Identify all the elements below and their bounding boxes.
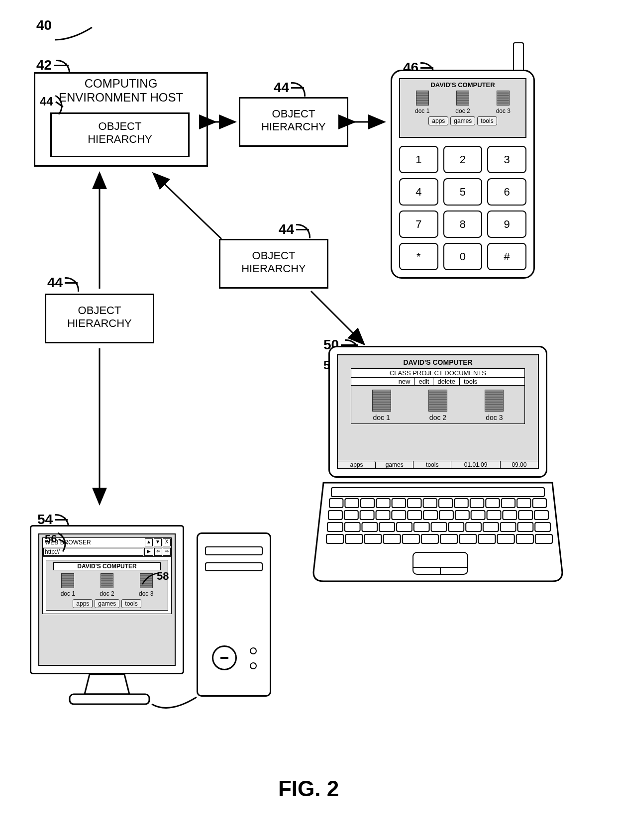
laptop-taskbar-time: 09.00 [501,461,538,468]
svg-rect-31 [487,511,501,520]
browser-min-icon[interactable]: ▲ [145,538,153,546]
doc-icon [61,573,74,588]
svg-rect-56 [478,534,495,543]
phone-key-7[interactable]: 7 [399,210,438,238]
phone-tab-tools[interactable]: tools [477,116,497,125]
phone-key-star[interactable]: * [399,243,438,270]
laptop-taskbar-games[interactable]: games [376,461,413,468]
desktop-monitor: WEB BROWSER ▲ ▼ X http:// ▶ ⇐ ⇒ DAVID'S … [30,525,184,709]
svg-rect-42 [448,523,464,531]
power-button-icon[interactable] [212,645,237,670]
svg-rect-15 [454,499,468,508]
svg-rect-29 [455,511,469,520]
doc-icon [456,91,469,105]
svg-rect-36 [345,523,360,531]
desktop-tab-apps[interactable]: apps [73,599,93,608]
laptop-doc3: doc 3 [483,414,506,421]
svg-rect-38 [379,523,395,531]
laptop-menu-edit[interactable]: edit [415,378,434,385]
svg-rect-59 [535,534,552,543]
browser-max-icon[interactable]: ▼ [154,538,162,546]
svg-line-2 [154,174,221,239]
svg-rect-39 [397,523,412,531]
doc-icon [485,390,504,412]
laptop-screen: DAVID'S COMPUTER CLASS PROJECT DOCUMENTS… [337,354,539,469]
svg-rect-13 [423,499,437,508]
desktop-doc3: doc 3 [138,590,155,597]
svg-rect-46 [518,523,533,531]
phone-key-hash[interactable]: # [487,243,526,270]
laptop-doc2: doc 2 [426,414,449,421]
svg-rect-19 [517,499,530,508]
svg-rect-52 [403,534,419,543]
svg-rect-27 [423,511,437,520]
phone-key-5[interactable]: 5 [443,178,483,206]
svg-rect-21 [328,511,342,520]
svg-rect-53 [421,534,438,543]
svg-rect-10 [376,499,390,508]
svg-rect-17 [486,499,499,508]
svg-rect-18 [502,499,515,508]
svg-rect-23 [360,511,374,520]
browser-close-icon[interactable]: X [163,538,171,546]
desktop-tab-tools[interactable]: tools [121,599,141,608]
desktop-doc1: doc 1 [59,590,76,597]
svg-rect-51 [384,534,401,543]
phone-key-2[interactable]: 2 [443,146,483,173]
desktop-inner-title: DAVID'S COMPUTER [53,562,161,570]
svg-line-3 [311,291,363,343]
svg-rect-41 [431,523,447,531]
phone-screen: DAVID'S COMPUTER doc 1 doc 2 doc 3 apps … [399,78,526,138]
svg-rect-16 [470,499,484,508]
phone-key-3[interactable]: 3 [487,146,526,173]
svg-rect-40 [414,523,429,531]
browser-fwd-icon[interactable]: ⇒ [163,548,171,556]
svg-rect-32 [503,511,516,520]
phone-key-4[interactable]: 4 [399,178,438,206]
svg-rect-47 [535,523,550,531]
browser-go-icon[interactable]: ▶ [144,548,153,556]
doc-icon [497,91,510,105]
svg-rect-12 [408,499,421,508]
svg-rect-30 [471,511,485,520]
svg-rect-14 [439,499,452,508]
svg-rect-50 [364,534,381,543]
phone-tab-apps[interactable]: apps [428,116,448,125]
figure-title: FIG. 2 [0,776,617,801]
laptop-device: DAVID'S COMPUTER CLASS PROJECT DOCUMENTS… [313,346,562,582]
phone-doc1: doc 1 [414,107,431,114]
svg-rect-35 [327,523,343,531]
svg-rect-11 [392,499,406,508]
doc-icon [372,390,391,412]
laptop-menu-tools[interactable]: tools [460,378,481,385]
svg-rect-54 [440,534,457,543]
svg-rect-20 [533,499,546,508]
svg-rect-25 [392,511,406,520]
svg-rect-6 [331,488,544,497]
laptop-panel-title: CLASS PROJECT DOCUMENTS [351,369,524,378]
svg-rect-57 [498,534,514,543]
phone-key-9[interactable]: 9 [487,210,526,238]
svg-rect-28 [439,511,453,520]
laptop-title: DAVID'S COMPUTER [341,358,535,366]
svg-rect-45 [501,523,516,531]
led-icon [250,647,257,654]
svg-rect-22 [344,511,358,520]
laptop-taskbar-tools[interactable]: tools [413,461,451,468]
phone-screen-title: DAVID'S COMPUTER [402,81,523,89]
phone-key-8[interactable]: 8 [443,210,483,238]
svg-rect-34 [534,511,548,520]
laptop-taskbar-apps[interactable]: apps [338,461,376,468]
doc-icon [101,573,113,588]
svg-rect-58 [516,534,533,543]
phone-tab-games[interactable]: games [450,116,475,125]
desktop-tab-games[interactable]: games [95,599,119,608]
desktop-doc2: doc 2 [99,590,115,597]
browser-back-icon[interactable]: ⇐ [154,548,162,556]
phone-key-1[interactable]: 1 [399,146,438,173]
laptop-menu-delete[interactable]: delete [433,378,459,385]
phone-key-6[interactable]: 6 [487,178,526,206]
phone-key-0[interactable]: 0 [443,243,483,270]
laptop-menu-new[interactable]: new [395,378,415,385]
svg-rect-44 [483,523,499,531]
